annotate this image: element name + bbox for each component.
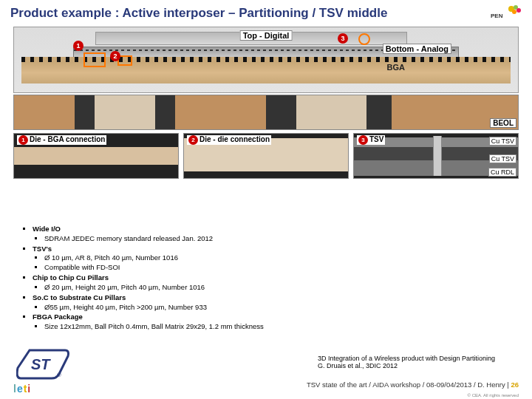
svg-text:PEN: PEN: [491, 13, 503, 19]
panel-die-die: 2Die - die connection: [183, 133, 349, 179]
project-logo: PEN: [491, 3, 526, 19]
bullet-soc-sub: Ø55 µm, Height 40 µm, Pitch >200 µm, Num…: [44, 303, 358, 313]
bullet-c2c-sub: Ø 20 µm, Height 20 µm, Pitch 40 µm, Numb…: [44, 283, 358, 293]
st-logo: ST ®: [16, 346, 69, 380]
page-number: 26: [511, 381, 519, 389]
panel-tsv: 3TSV Cu TSV Cu TSV Cu RDL: [353, 133, 519, 179]
beol-figure: BEOL: [13, 95, 519, 130]
leti-logo: leti: [13, 383, 31, 395]
footer: TSV state of the art / AIDA workshop / 0…: [307, 381, 519, 389]
bullet-wideio-sub: SDRAM JEDEC memory standard released Jan…: [44, 234, 358, 244]
panel-c-caption: 3TSV: [357, 135, 385, 145]
marker-1: [83, 52, 106, 67]
cross-section-figure: Top - Digital Bottom - Analog BGA 1 2 3: [13, 27, 519, 93]
bullet-fbga-sub: Size 12x12mm, Ball Pitch 0.4mm, Ball Mat…: [44, 322, 358, 332]
bullet-fbga: FBGA Package Size 12x12mm, Ball Pitch 0.…: [33, 313, 358, 332]
bottom-label: Bottom - Analog: [383, 44, 451, 54]
citation: 3D Integration of a Wireless product wit…: [318, 355, 510, 369]
bullet-c2c: Chip to Chip Cu Pillars Ø 20 µm, Height …: [33, 273, 358, 293]
bullet-tsv-sub1: Ø 10 µm, AR 8, Pitch 40 µm, Number 1016: [44, 253, 358, 263]
bullet-tsv-sub2: Compatible with FD-SOI: [44, 263, 358, 273]
callout-2-icon: 2: [110, 51, 120, 61]
bullet-wideio: Wide I/O SDRAM JEDEC memory standard rel…: [33, 225, 358, 244]
svg-text:ST: ST: [31, 356, 51, 372]
bullet-soc: So.C to Substrate Cu Pillars Ø55 µm, Hei…: [33, 293, 358, 313]
bullet-tsv: TSV's Ø 10 µm, AR 8, Pitch 40 µm, Number…: [33, 245, 358, 273]
citation-line2: G. Druais et al., 3DIC 2012: [318, 362, 510, 369]
cu-tsv-label-2: Cu TSV: [489, 154, 516, 163]
beol-label: BEOL: [490, 118, 516, 128]
panel-a-caption: 1Die - BGA connection: [17, 135, 106, 145]
svg-point-2: [516, 8, 521, 13]
top-label: Top - Digital: [240, 30, 293, 41]
panel-b-caption: 2Die - die connection: [187, 135, 271, 145]
cu-tsv-label: Cu TSV: [489, 137, 516, 146]
detail-panels-row: 1Die - BGA connection 2Die - die connect…: [13, 133, 519, 179]
cu-rdl-label: Cu RDL: [488, 168, 516, 177]
citation-line1: 3D Integration of a Wireless product wit…: [318, 355, 510, 362]
slide-title: Product example : Active interposer – Pa…: [0, 0, 532, 24]
bga-label: BGA: [385, 63, 407, 72]
panel-die-bga: 1Die - BGA connection: [13, 133, 179, 179]
svg-text:®: ®: [57, 372, 61, 378]
marker-3: [358, 33, 370, 45]
footer-text: TSV state of the art / AIDA workshop / 0…: [307, 381, 505, 389]
callout-3-icon: 3: [338, 33, 348, 44]
copyright: © CEA. All rights reserved: [468, 393, 519, 398]
callout-1-icon: 1: [73, 41, 83, 51]
spec-bullets: Wide I/O SDRAM JEDEC memory standard rel…: [33, 225, 358, 332]
svg-point-3: [512, 10, 516, 14]
